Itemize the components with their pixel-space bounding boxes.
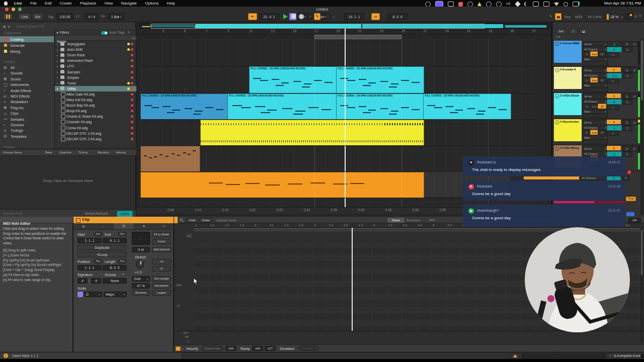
tab-note-icon[interactable]: ▣ — [73, 223, 94, 229]
folder-expand-arrow-icon[interactable]: ▸ — [57, 65, 58, 68]
track-send[interactable]: -∞ — [607, 52, 619, 57]
ramp-to[interactable]: 127 — [265, 346, 276, 351]
randomize-button[interactable]: Randomize — [201, 346, 223, 351]
bolt-icon[interactable] — [477, 2, 481, 6]
position-value[interactable]: 1. 1. 1 — [77, 265, 102, 270]
tab-audio-icon[interactable]: ♪ — [94, 223, 114, 229]
browser-item[interactable]: ▸Instrument Rack — [55, 58, 136, 63]
loop-button[interactable]: ⟲ Loop — [77, 252, 127, 257]
track-number-badge[interactable]: 4 — [607, 120, 621, 124]
track-number-badge[interactable]: 2 — [607, 67, 621, 72]
randomize-amount[interactable]: 100 — [225, 346, 236, 351]
transpose-value[interactable]: 0 st — [132, 247, 150, 252]
punch-in-icon[interactable]: ⌒ — [366, 15, 369, 18]
arrangement-position[interactable]: 21. 4. 1 — [259, 13, 279, 20]
metronome-icon[interactable]: O● — [101, 15, 105, 18]
fullscreen-button[interactable]: ⛶ — [327, 15, 330, 19]
browser-item[interactable]: DECAP DTK 2 Kit.adg — [55, 136, 136, 142]
overview-zoom-window[interactable] — [151, 24, 485, 29]
folder-expand-arrow-icon[interactable]: ▸ — [57, 76, 58, 79]
status-field-1[interactable] — [521, 353, 554, 358]
midi-scrollbar[interactable] — [640, 228, 643, 343]
ua-icon[interactable]: UA — [506, 2, 511, 7]
folder-expand-arrow-icon[interactable]: ▸ — [57, 43, 58, 46]
track-volume[interactable]: 0 — [607, 99, 622, 105]
wifi-icon[interactable] — [554, 3, 559, 6]
groove-col-groove-name[interactable]: Groove Name — [3, 151, 22, 154]
groove-col-quantize[interactable]: Quantize — [59, 151, 71, 154]
expand-all-icon[interactable]: ● ● — [556, 35, 560, 39]
sidebar-item-samples[interactable]: ≔Samples — [0, 117, 54, 122]
sidebar-item-sounds[interactable]: ♪Sounds — [0, 70, 54, 76]
track-pan[interactable]: C — [622, 47, 632, 52]
arrangement-clip[interactable]: FULL CHORDS - 120 BPM (UNISON MIDI WIZAR… — [227, 94, 337, 120]
track-unfold-icon[interactable]: ▾ — [555, 94, 559, 99]
browser-item[interactable]: ▸Simpler — [55, 75, 136, 80]
groove-value[interactable]: None — [103, 278, 127, 284]
loop-brace[interactable] — [314, 35, 401, 39]
browser-item[interactable]: ▸Utility — [55, 86, 136, 92]
device-expand-icon[interactable]: ▸ — [610, 354, 611, 357]
punch-out-icon[interactable]: ⌒ — [381, 15, 384, 18]
duplicate-button[interactable]: Duplicate — [77, 245, 127, 250]
track-pan[interactable]: C — [622, 73, 632, 78]
set-button[interactable]: Set — [555, 29, 567, 34]
track-unfold-icon[interactable]: ▾ — [555, 42, 559, 46]
midi-map-button[interactable]: MIDI — [575, 15, 583, 19]
bluetooth-icon[interactable] — [533, 2, 539, 7]
browser-item[interactable]: Chants & Stabs Kit.adg — [55, 114, 136, 119]
browser-item[interactable]: Boom Bap Kit.adg — [55, 103, 136, 108]
time-signature[interactable]: 4 / 4 — [85, 13, 99, 20]
track-scrollbar[interactable] — [640, 39, 643, 215]
end-value[interactable]: 9. 1. 1 — [103, 238, 127, 243]
sidebar-item-all[interactable]: ▤All — [0, 65, 54, 70]
browser-item[interactable]: Cheetah Kit.adg — [55, 119, 136, 125]
sidebar-collection-mixing[interactable]: Mixing — [0, 48, 54, 54]
browser-item[interactable]: ▸Tuner — [55, 80, 136, 86]
play-button[interactable] — [283, 14, 288, 19]
battery-icon[interactable] — [543, 2, 549, 7]
tab-generate-icon[interactable]: ✱ — [134, 223, 154, 229]
tab-tools-icon[interactable]: ☰ — [114, 223, 134, 229]
browser-fwd-icon[interactable]: ▶ — [8, 24, 11, 29]
stretch-knob[interactable] — [136, 260, 144, 268]
menu-file[interactable]: File — [26, 1, 41, 6]
stack-icon[interactable] — [448, 2, 454, 7]
arrangement-clip[interactable]: FULL CHORDS - 120 BPM (UNISON MIDI WIZAR… — [423, 94, 511, 120]
sidebar-item-tunings[interactable]: ≋Tunings — [0, 128, 54, 133]
lock-button[interactable]: ⬓ — [579, 29, 588, 34]
arrangement-overview[interactable] — [139, 23, 549, 29]
arrangement-clip[interactable]: FULL CHORDS - 120 BPM (UNISON MIDI WIZAR… — [336, 66, 424, 94]
device-toggle[interactable] — [640, 354, 644, 358]
menu-navigate[interactable]: Navigate — [117, 1, 141, 6]
lane-menu-arrow[interactable]: ▾ — [182, 347, 184, 350]
folder-expand-arrow-icon[interactable]: ▸ — [57, 48, 58, 51]
track-header[interactable]: ▾3 UADx ElectrAll Ins▾All Channe▾InAutoO… — [552, 93, 640, 119]
browser-item[interactable]: ▸Drum Rack — [55, 52, 136, 58]
chat-username[interactable]: Restream.io — [477, 160, 496, 164]
stretch-div2-button[interactable]: /2 — [152, 266, 171, 272]
lane-color-icon[interactable] — [176, 346, 181, 351]
status-field-2[interactable] — [555, 353, 606, 358]
track-unfold-icon[interactable]: ▾ — [555, 146, 559, 151]
tap-button[interactable]: Tap — [48, 15, 53, 19]
nudge-buttons[interactable]: || || — [75, 15, 79, 18]
close-icon[interactable] — [5, 8, 9, 11]
browser-item[interactable]: ▸Sampler — [55, 69, 136, 75]
menu-view[interactable]: View — [100, 1, 117, 6]
sidebar-item-grooves[interactable]: ≈Grooves — [0, 122, 54, 128]
loop-start-value[interactable]: 19. 1. 1 — [344, 13, 364, 20]
deviation-value[interactable]: — — [299, 346, 319, 351]
highlight-scale-button[interactable]: Highlight Scale — [216, 219, 236, 222]
sig-denominator[interactable]: 4 — [91, 278, 101, 284]
legato-button[interactable]: Legato — [152, 290, 171, 296]
menu-help[interactable]: Help — [163, 1, 179, 6]
chat-username[interactable]: Restream — [477, 185, 492, 188]
browser-item[interactable]: Coma Kit.adg — [55, 125, 136, 131]
scale-button[interactable]: Scale — [199, 218, 212, 223]
logi-icon[interactable] — [515, 1, 520, 7]
arrangement-clip[interactable]: FULL CHORDS - 120 BPM (UNISON MIDI WIZAR… — [336, 94, 424, 120]
tab-notes[interactable]: Notes — [387, 218, 405, 223]
fit-to-scale-button[interactable]: Fit to Scale — [152, 232, 171, 237]
track-name-box[interactable]: ▾3 UADx Electr — [554, 93, 582, 115]
